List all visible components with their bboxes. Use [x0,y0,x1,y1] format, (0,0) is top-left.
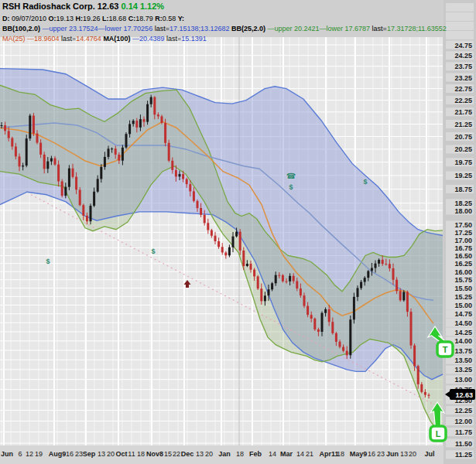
date-tick-label: 16 [368,450,375,458]
date-tick-label: 23 [377,450,385,458]
legend-token: BB(100,2.0) [2,25,43,32]
date-tick-label: Apr11 [319,450,338,458]
legend-token: —upper 20.2421—lower 17.6787 [268,25,372,32]
price-tick-label: 23.25 [454,74,472,82]
note-letter: T [443,345,448,354]
moving-average-legend-line: MA(25) —18.9604 last=14.4764 MA(100) —20… [2,33,447,43]
bollinger-legend-line: BB(100,2.0) —upper 23.17524—lower 17.702… [2,23,447,32]
price-tick-label: 19.25 [454,172,472,179]
dividend-dollar-icon[interactable]: $ [289,183,293,191]
price-tick-label: 17.50 [454,221,472,229]
legend-token: 1.12% [140,2,164,11]
earnings-call-phone-icon[interactable]: ☎ [286,172,296,180]
date-tick-label: 18 [236,450,244,458]
price-tick-label: 14.00 [454,337,472,345]
time-axis[interactable]: Jun61219Aug91623Sep1320Oct1118Nov81522De… [0,445,443,464]
date-tick-label: 20 [107,450,115,458]
legend-token: D: [2,15,12,22]
date-tick-label: Mar [280,450,293,458]
date-tick-label: Aug9 [49,450,67,458]
price-tick-label: 22.75 [454,85,472,93]
date-tick-label: 21 [306,450,313,458]
price-tick-label: 14.50 [454,319,472,327]
price-tick-label: 16.75 [454,244,472,252]
price-tick-label: 16.25 [454,260,472,268]
date-tick-label: 12 [26,450,33,458]
legend-token: 17.15138;13.12682 [170,25,231,32]
price-tick-label: 12.00 [454,418,472,425]
price-tick-label: 13.00 [454,376,472,384]
dividend-dollar-icon[interactable]: $ [46,258,50,265]
date-tick-label: Jun [386,450,399,458]
date-tick-label: 20 [409,450,416,458]
price-tick-label: 13.50 [454,357,472,364]
date-tick-label: Jan [218,450,231,458]
legend-token: C: [128,15,136,22]
date-tick-label: 13 [196,450,204,458]
date-tick-label: 11 [128,450,135,458]
price-chart-canvas[interactable]: $$$$☎24.7524.2523.7523.2522.7522.2521.75… [0,0,476,464]
price-tick-label: 20.75 [454,133,472,141]
date-tick-label: 23 [75,450,83,458]
price-tick-label: 15.50 [454,285,472,292]
legend-token: 15.1391 [181,35,207,43]
legend-token: RSH Radioshack Corp. [2,2,98,11]
legend-token: R: [155,15,163,22]
price-tick-label: 15.25 [454,293,472,301]
date-tick-label: Oct [115,450,127,458]
price-tick-label: 24.75 [454,42,472,49]
price-tick-label: 22.25 [454,97,472,104]
note-letter: L [436,429,441,438]
price-tick-label: 11.25 [455,451,472,459]
legend-token: 12.63 [98,2,122,11]
price-tick-label: 16.50 [454,252,472,260]
dividend-dollar-icon[interactable]: $ [363,178,367,186]
legend-token: H: [76,15,84,22]
legend-token: 18.79 [135,15,155,22]
date-tick-label: Jun [1,450,13,458]
date-tick-label: 15 [164,450,172,458]
price-tick-label: 12.25 [454,407,472,415]
price-tick-label: 18.75 [454,186,472,193]
last-price-label: 12.63 [455,391,473,399]
stock-chart-app: $$$$☎24.7524.2523.7523.2522.7522.2521.75… [0,0,476,464]
dividend-dollar-icon[interactable]: $ [151,247,155,255]
legend-token: —18.9604 [27,35,61,43]
date-tick-label: 6 [18,450,22,458]
date-tick-label: Sep [83,450,96,458]
price-tick-label: 11.50 [455,440,472,448]
price-tick-label: 18.00 [454,207,472,215]
price-tick-label: 23.75 [454,63,472,70]
price-tick-label: 15.00 [454,302,472,309]
legend-token: 19.26 [83,15,102,22]
price-tick-label: 21.25 [454,121,472,128]
price-tick-label: 13.25 [454,366,472,374]
date-tick-label: Feb [249,450,262,458]
legend-token: —upper 23.17524—lower 17.70256 [43,25,155,32]
date-tick-label: 19 [35,450,43,458]
legend-token: 14.4764 [76,35,103,43]
date-tick-label: 22 [173,450,180,458]
date-tick-label: 14 [269,450,276,458]
legend-token: Y: [178,15,184,22]
legend-token: —20.4389 [132,35,166,43]
price-tick-label: 11.75 [455,428,472,436]
price-tick-label: 13.75 [454,347,472,355]
price-tick-label: 15.75 [454,276,472,284]
legend-token: 0.58 [163,15,178,22]
date-tick-label: Jul [424,450,434,458]
price-tick-label: 21.75 [454,108,472,116]
date-tick-label: Nov8 [146,450,163,458]
legend-token: 09/07/2010 [12,15,49,22]
date-tick-label: 14 [296,450,304,458]
legend-token: MA(25) [2,35,27,43]
legend-token: last= [372,25,387,32]
legend-token: 17.31728;11.63552 [387,25,447,32]
price-tick-label: 14.25 [454,329,472,336]
price-tick-label: 17.00 [454,237,472,244]
legend-token: 19.13 [57,15,76,22]
date-tick-label: 13 [98,450,105,458]
date-tick-label: 16 [66,450,74,458]
legend-token: last= [155,25,170,32]
date-tick-label: May9 [350,450,368,458]
